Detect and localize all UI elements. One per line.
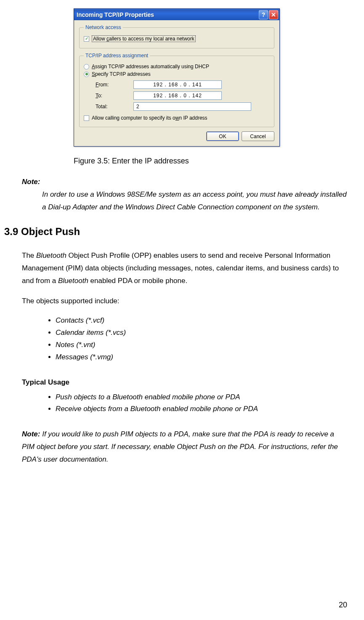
- allow-callers-label[interactable]: Allow callers to access my local area ne…: [92, 35, 196, 42]
- to-label: To:: [96, 93, 133, 99]
- figure-caption: Figure 3.5: Enter the IP addresses: [74, 157, 347, 166]
- allow-calling-label[interactable]: Allow calling computer to specify its ow…: [92, 115, 207, 121]
- dhcp-radio[interactable]: [84, 64, 89, 69]
- cancel-button[interactable]: Cancel: [242, 131, 274, 141]
- titlebar[interactable]: Incoming TCP/IP Properties ? ✕: [74, 9, 279, 20]
- note-2: Note: If you would like to push PIM obje…: [22, 428, 347, 465]
- total-label: Total:: [96, 104, 133, 110]
- window-title: Incoming TCP/IP Properties: [77, 11, 259, 18]
- list-item: Notes (*.vnt): [56, 339, 347, 351]
- dhcp-radio-label[interactable]: Assign TCP/IP addresses automatically us…: [92, 64, 209, 69]
- supported-intro: The objects supported include:: [22, 295, 347, 307]
- ok-button[interactable]: OK: [206, 131, 239, 141]
- total-input: 2: [133, 102, 251, 111]
- tcpip-assignment-legend: TCP/IP address assignment: [84, 53, 150, 59]
- list-item: Messages (*.vmg): [56, 351, 347, 363]
- page-number: 20: [339, 601, 347, 609]
- section-heading: 3.9 Object Push: [4, 226, 347, 238]
- typical-usage-list: Push objects to a Bluetooth enabled mobi…: [56, 391, 347, 416]
- specify-radio[interactable]: [84, 72, 89, 77]
- list-item: Contacts (*.vcf): [56, 315, 347, 327]
- note-heading: Note:: [22, 176, 347, 188]
- tcpip-assignment-group: TCP/IP address assignment Assign TCP/IP …: [79, 53, 274, 127]
- tcpip-properties-dialog: Incoming TCP/IP Properties ? ✕ Network a…: [74, 8, 280, 147]
- allow-calling-checkbox[interactable]: [84, 115, 89, 121]
- allow-callers-checkbox[interactable]: ✓: [84, 36, 89, 42]
- supported-list: Contacts (*.vcf) Calendar items (*.vcs) …: [56, 315, 347, 363]
- typical-usage-heading: Typical Usage: [22, 376, 347, 389]
- network-access-group: Network access ✓ Allow callers to access…: [79, 24, 274, 48]
- list-item: Calendar items (*.vcs): [56, 327, 347, 339]
- note-body: In order to use a Windows 98SE/Me system…: [42, 188, 347, 214]
- paragraph-opp-description: The Bluetooth Object Push Profile (OPP) …: [22, 249, 347, 287]
- list-item: Push objects to a Bluetooth enabled mobi…: [56, 391, 347, 404]
- list-item: Receive objects from a Bluetooth enabled…: [56, 403, 347, 415]
- network-access-legend: Network access: [84, 24, 123, 30]
- specify-radio-label[interactable]: Specify TCP/IP addresses: [92, 71, 151, 77]
- from-label: From:: [96, 82, 133, 88]
- to-input[interactable]: 192 . 168 . 0 . 142: [133, 91, 222, 100]
- help-button[interactable]: ?: [259, 10, 268, 19]
- close-button[interactable]: ✕: [269, 10, 278, 19]
- from-input[interactable]: 192 . 168 . 0 . 141: [133, 80, 222, 89]
